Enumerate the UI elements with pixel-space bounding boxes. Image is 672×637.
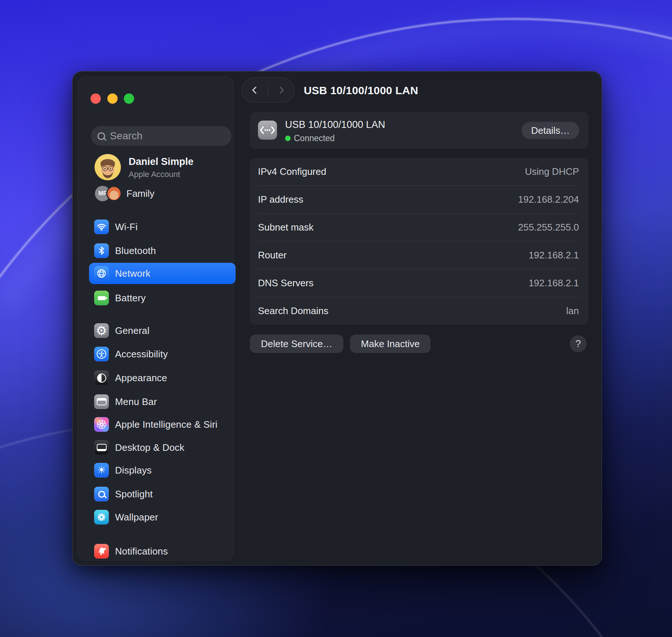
sidebar-item-accessibility[interactable]: Accessibility bbox=[89, 343, 236, 365]
table-row: Router 192.168.2.1 bbox=[256, 241, 580, 269]
settings-sidebar: Search Daniel Simple Apple Account MF Fa… bbox=[77, 77, 234, 560]
apple-intelligence-icon bbox=[94, 417, 109, 432]
make-inactive-button[interactable]: Make Inactive bbox=[350, 335, 431, 353]
search-placeholder: Search bbox=[110, 130, 143, 142]
sidebar-item-label: Wi-Fi bbox=[115, 221, 138, 233]
device-card: USB 10/100/1000 LAN Connected Details… bbox=[250, 112, 588, 149]
chevron-left-icon bbox=[250, 85, 260, 95]
forward-button[interactable] bbox=[268, 78, 294, 103]
row-value: 192.168.2.1 bbox=[529, 250, 579, 261]
wifi-icon bbox=[94, 220, 109, 234]
gear-icon: ⚙ bbox=[94, 323, 109, 338]
row-label: Router bbox=[258, 250, 287, 261]
row-value: 255.255.255.0 bbox=[518, 222, 579, 233]
sun-icon: ☀ bbox=[94, 463, 109, 478]
sidebar-item-battery[interactable]: Battery bbox=[89, 287, 236, 309]
ethernet-adapter-icon bbox=[258, 121, 277, 140]
row-label: Subnet mask bbox=[258, 222, 314, 233]
zoom-button[interactable] bbox=[124, 93, 134, 104]
appearance-icon bbox=[94, 371, 109, 385]
sidebar-item-network[interactable]: Network bbox=[89, 263, 236, 284]
sidebar-item-label: Notifications bbox=[115, 546, 168, 557]
sidebar-item-general[interactable]: ⚙ General bbox=[89, 320, 236, 341]
table-row: Search Domains lan bbox=[256, 297, 580, 325]
menu-bar-icon bbox=[94, 394, 109, 409]
avatar[interactable] bbox=[95, 154, 121, 180]
pinwheel-icon bbox=[94, 510, 109, 524]
table-row: IPv4 Configured Using DHCP bbox=[256, 158, 580, 185]
status-text: Connected bbox=[294, 133, 335, 143]
actions-row: Delete Service… Make Inactive bbox=[250, 335, 431, 353]
account-name: Daniel Simple bbox=[129, 156, 193, 167]
minimize-button[interactable] bbox=[107, 93, 118, 104]
row-value: 192.168.2.204 bbox=[518, 194, 579, 205]
sidebar-item-family[interactable]: Family bbox=[126, 188, 155, 199]
family-memoji-icon bbox=[106, 186, 122, 201]
sidebar-item-label: Spotlight bbox=[115, 489, 153, 500]
close-button[interactable] bbox=[91, 93, 101, 104]
sidebar-item-menu-bar[interactable]: Menu Bar bbox=[89, 391, 236, 412]
bell-icon bbox=[94, 544, 109, 559]
search-icon bbox=[97, 132, 105, 140]
sidebar-item-displays[interactable]: ☀ Displays bbox=[89, 460, 236, 481]
row-value: lan bbox=[566, 305, 579, 317]
row-label: IPv4 Configured bbox=[258, 166, 326, 177]
sidebar-item-desktop-dock[interactable]: Desktop & Dock bbox=[89, 437, 236, 458]
page-title: USB 10/100/1000 LAN bbox=[304, 84, 418, 97]
table-row: IP address 192.168.2.204 bbox=[256, 185, 580, 213]
sidebar-item-appearance[interactable]: Appearance bbox=[89, 367, 236, 389]
row-label: DNS Servers bbox=[258, 277, 314, 289]
sidebar-item-label: Apple Intelligence & Siri bbox=[115, 419, 218, 430]
network-settings-table: IPv4 Configured Using DHCP IP address 19… bbox=[250, 158, 588, 325]
search-input[interactable]: Search bbox=[91, 126, 232, 146]
bluetooth-icon bbox=[94, 243, 109, 258]
memoji-man-icon bbox=[95, 154, 121, 180]
sidebar-item-label: Desktop & Dock bbox=[115, 442, 184, 453]
device-name: USB 10/100/1000 LAN bbox=[285, 119, 385, 130]
accessibility-icon bbox=[94, 347, 109, 361]
sidebar-item-spotlight[interactable]: Spotlight bbox=[89, 483, 236, 505]
help-button[interactable]: ? bbox=[570, 335, 587, 352]
system-settings-window: Search Daniel Simple Apple Account MF Fa… bbox=[72, 71, 602, 566]
sidebar-item-bluetooth[interactable]: Bluetooth bbox=[89, 240, 236, 261]
sidebar-item-label: Bluetooth bbox=[115, 245, 156, 257]
table-row: Subnet mask 255.255.255.0 bbox=[256, 213, 580, 241]
row-label: IP address bbox=[258, 194, 303, 205]
row-value: 192.168.2.1 bbox=[529, 277, 579, 289]
sidebar-item-label: Accessibility bbox=[115, 349, 168, 360]
magnifier-icon bbox=[94, 487, 109, 501]
details-button[interactable]: Details… bbox=[522, 122, 579, 139]
sidebar-item-label: Network bbox=[115, 268, 151, 279]
sidebar-item-wallpaper[interactable]: Wallpaper bbox=[89, 507, 236, 528]
row-value: Using DHCP bbox=[525, 166, 579, 177]
table-row: DNS Servers 192.168.2.1 bbox=[256, 269, 580, 297]
sidebar-item-label: Appearance bbox=[115, 372, 167, 384]
status-badge: Connected bbox=[285, 133, 335, 143]
delete-service-button[interactable]: Delete Service… bbox=[250, 335, 343, 353]
sidebar-item-label: Wallpaper bbox=[115, 512, 158, 523]
sidebar-item-label: General bbox=[115, 325, 149, 336]
sidebar-item-label: Displays bbox=[115, 465, 152, 476]
row-label: Search Domains bbox=[258, 305, 328, 317]
sidebar-item-wifi[interactable]: Wi-Fi bbox=[89, 216, 236, 238]
desktop-dock-icon bbox=[94, 440, 109, 455]
sidebar-item-notifications[interactable]: Notifications bbox=[89, 541, 236, 562]
connected-dot-icon bbox=[285, 136, 291, 141]
chevron-right-icon bbox=[276, 85, 287, 95]
sidebar-item-apple-intelligence-siri[interactable]: Apple Intelligence & Siri bbox=[89, 414, 236, 435]
back-button[interactable] bbox=[242, 78, 268, 103]
account-subtitle: Apple Account bbox=[129, 170, 180, 179]
battery-icon bbox=[94, 291, 109, 305]
history-navigation bbox=[241, 77, 295, 103]
sidebar-item-label: Menu Bar bbox=[115, 396, 157, 408]
network-globe-icon bbox=[94, 266, 109, 281]
sidebar-item-label: Battery bbox=[115, 292, 146, 304]
